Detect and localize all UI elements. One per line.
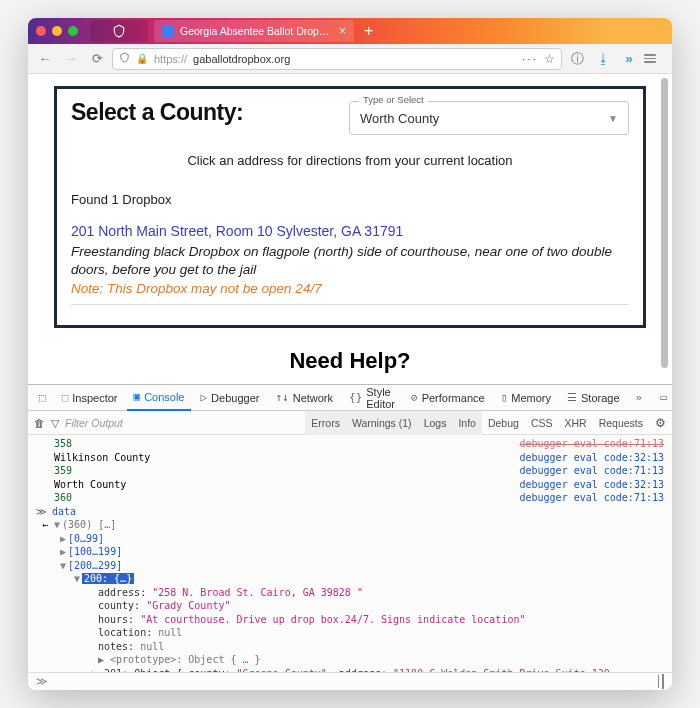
select-value: Worth County — [360, 111, 439, 126]
county-card: Select a County: Type or Select Worth Co… — [54, 86, 646, 328]
devtools-footer: ≫ — [28, 672, 672, 690]
log-line: 359 — [36, 464, 520, 478]
cat-errors[interactable]: Errors — [305, 411, 346, 435]
tree-index-200[interactable]: ▼200: {…} — [74, 572, 672, 586]
log-line: 358 — [36, 437, 520, 451]
cat-requests[interactable]: Requests — [593, 411, 649, 435]
obj-prop[interactable]: notes: null — [98, 640, 672, 654]
source-link[interactable]: debugger eval code:71:13 — [520, 464, 665, 478]
obj-prop[interactable]: address: "258 N. Broad St. Cairo, GA 398… — [98, 586, 672, 600]
tab-storage[interactable]: ☰Storage — [560, 385, 627, 411]
info-icon[interactable]: ⓘ — [566, 50, 588, 68]
tab-console[interactable]: ▣Console — [127, 385, 192, 411]
console-toolbar: 🗑 ▽ Filter Output Errors Warnings (1) Lo… — [28, 411, 672, 435]
tab-title: Georgia Absentee Ballot Dropb… — [180, 25, 333, 37]
tree-index-201[interactable]: ▶ 201: Object { county: "Greene County",… — [74, 667, 672, 672]
select-legend: Type or Select — [359, 94, 428, 105]
inspector-picker-icon[interactable]: ⬚ — [32, 385, 53, 411]
app-menu-icon[interactable] — [644, 54, 666, 63]
titlebar: Georgia Absentee Ballot Dropb… × + — [28, 18, 672, 44]
console-prompt-icon[interactable]: ≫ — [36, 675, 48, 688]
obj-proto[interactable]: ▶ <prototype>: Object { … } — [98, 653, 672, 667]
url-host: gaballotdropbox.org — [193, 53, 290, 65]
page-scrollbar[interactable] — [661, 78, 668, 384]
lock-icon: 🔒 — [136, 53, 148, 64]
address-link[interactable]: 201 North Main Street, Room 10 Sylvester… — [71, 223, 629, 239]
close-icon[interactable]: × — [339, 24, 346, 38]
cat-debug[interactable]: Debug — [482, 411, 525, 435]
overflow-icon[interactable]: » — [618, 51, 640, 66]
tree-range[interactable]: ▶[0…99] — [60, 532, 672, 546]
note-text: Note: This Dropbox may not be open 24/7 — [71, 281, 629, 296]
back-button[interactable]: ← — [34, 51, 56, 66]
description-text: Freestanding black Dropbox on flagpole (… — [71, 243, 629, 279]
page-title: Select a County: — [71, 99, 243, 126]
new-tab-button[interactable]: + — [364, 23, 373, 39]
need-help-heading: Need Help? — [54, 348, 646, 374]
url-toolbar: ← → ⟳ 🔒 https://gaballotdropbox.org ··· … — [28, 44, 672, 74]
tabs-overflow-icon[interactable]: » — [629, 385, 650, 411]
tab-memory[interactable]: ▯Memory — [494, 385, 558, 411]
devtools-tabs: ⬚ ⬚Inspector ▣Console ▷Debugger ↑↓Networ… — [28, 385, 672, 411]
cat-warnings[interactable]: Warnings (1) — [346, 411, 418, 435]
obj-prop[interactable]: county: "Grady County" — [98, 599, 672, 613]
log-line: 360 — [36, 491, 520, 505]
cat-xhr[interactable]: XHR — [558, 411, 592, 435]
tab-performance[interactable]: ⊘Performance — [404, 385, 492, 411]
window-controls — [36, 26, 78, 36]
source-link[interactable]: debugger eval code:71:13 — [520, 491, 665, 505]
obj-prop[interactable]: location: null — [98, 626, 672, 640]
obj-prop[interactable]: hours: "At courthouse. Drive up drop box… — [98, 613, 672, 627]
reload-button[interactable]: ⟳ — [86, 51, 108, 66]
tab-network[interactable]: ↑↓Network — [268, 385, 340, 411]
cat-logs[interactable]: Logs — [418, 411, 453, 435]
url-scheme: https:// — [154, 53, 187, 65]
download-icon[interactable]: ⭳ — [592, 51, 614, 66]
tab-style[interactable]: {}Style Editor — [342, 385, 402, 411]
settings-icon[interactable]: ⚙ — [649, 411, 672, 435]
county-select[interactable]: Type or Select Worth County ▼ — [349, 101, 629, 135]
shield-small-icon — [119, 52, 130, 65]
close-window[interactable] — [36, 26, 46, 36]
tree-range[interactable]: ▶[100…199] — [60, 545, 672, 559]
log-line: Wilkinson County — [36, 451, 520, 465]
forward-button[interactable]: → — [60, 51, 82, 66]
cat-css[interactable]: CSS — [525, 411, 559, 435]
dock-icon[interactable]: ▭ — [653, 385, 672, 411]
bookmark-icon[interactable]: ☆ — [544, 52, 555, 66]
page-actions-icon[interactable]: ··· — [522, 52, 538, 66]
page-content: Select a County: Type or Select Worth Co… — [28, 74, 672, 384]
maximize-window[interactable] — [68, 26, 78, 36]
shield-icon[interactable] — [90, 20, 148, 42]
filter-input[interactable]: Filter Output — [65, 417, 123, 429]
chevron-down-icon: ▼ — [608, 113, 618, 124]
divider — [71, 304, 629, 305]
browser-tab[interactable]: Georgia Absentee Ballot Dropb… × — [154, 20, 354, 42]
prompt-line: ≫ data — [36, 505, 664, 519]
tab-inspector[interactable]: ⬚Inspector — [55, 385, 125, 411]
source-link[interactable]: debugger eval code:32:13 — [520, 451, 665, 465]
tree-root[interactable]: ← ▼(360) […] — [42, 518, 664, 532]
trash-icon[interactable]: 🗑 — [34, 417, 45, 429]
devtools-panel: ⬚ ⬚Inspector ▣Console ▷Debugger ↑↓Networ… — [28, 384, 672, 690]
log-line: Worth County — [36, 478, 520, 492]
instruction-text: Click an address for directions from you… — [71, 153, 629, 168]
filter-icon[interactable]: ▽ — [51, 417, 59, 429]
address-bar[interactable]: 🔒 https://gaballotdropbox.org ··· ☆ — [112, 48, 562, 70]
browser-window: Georgia Absentee Ballot Dropb… × + ← → ⟳… — [28, 18, 672, 690]
console-output[interactable]: 358debugger eval code:71:13 Wilkinson Co… — [28, 435, 672, 672]
tree-range[interactable]: ▼[200…299] — [60, 559, 672, 573]
cat-info[interactable]: Info — [452, 411, 482, 435]
tab-favicon — [162, 25, 174, 37]
source-link[interactable]: debugger eval code:71:13 — [520, 437, 665, 451]
tab-debugger[interactable]: ▷Debugger — [193, 385, 266, 411]
found-text: Found 1 Dropbox — [71, 192, 629, 207]
minimize-window[interactable] — [52, 26, 62, 36]
source-link[interactable]: debugger eval code:32:13 — [520, 478, 665, 492]
split-console-icon[interactable] — [662, 675, 664, 688]
